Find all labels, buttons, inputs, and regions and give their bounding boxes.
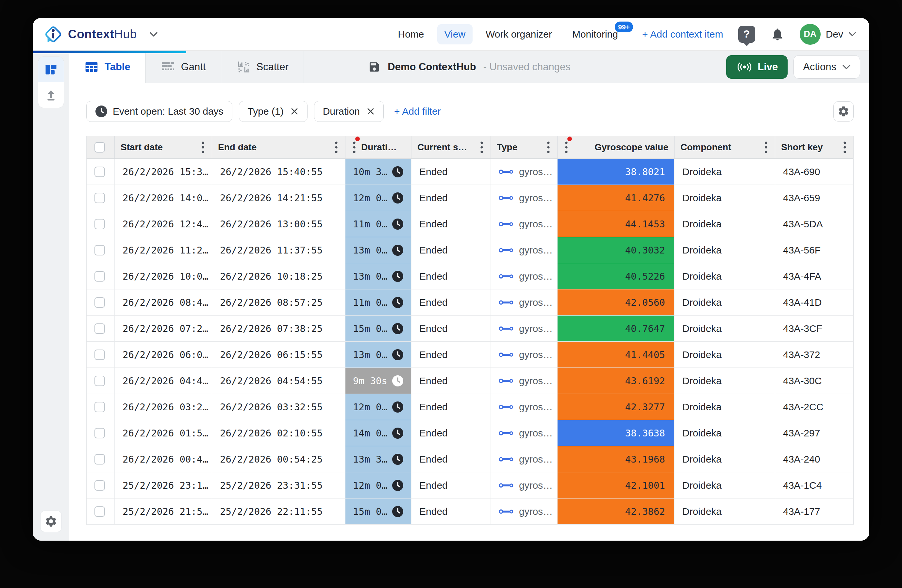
row-checkbox[interactable] (94, 350, 105, 360)
remove-filter-icon[interactable] (290, 107, 299, 116)
filter-chip[interactable]: Type (1) (239, 101, 307, 122)
nav-item-monitoring[interactable]: Monitoring99+ (565, 24, 625, 44)
add-filter-button[interactable]: + Add filter (394, 106, 441, 117)
type-label: gyros… (519, 166, 553, 177)
tab-table[interactable]: Table (69, 51, 146, 83)
cell-gyroscope-value: 43.6192 (557, 368, 675, 394)
row-checkbox[interactable] (94, 219, 105, 229)
duration-badge: 15m 0… (345, 316, 411, 341)
filter-chip[interactable]: Event open: Last 30 days (86, 101, 232, 122)
cell-end-date: 26/2/2026 08:57:25 (212, 289, 345, 315)
column-menu-icon[interactable] (479, 139, 485, 155)
save-icon[interactable] (368, 61, 381, 73)
clock-icon (392, 427, 404, 439)
cell-gyroscope-value: 42.3862 (557, 499, 675, 524)
column-menu-icon[interactable] (564, 139, 569, 155)
sidebar-layout-button[interactable] (38, 57, 64, 82)
cell-gyroscope-value: 43.1968 (557, 446, 675, 472)
row-checkbox[interactable] (94, 324, 105, 334)
cell-gyroscope-value: 38.8021 (557, 159, 675, 185)
upload-icon (44, 88, 58, 102)
user-menu[interactable]: DA Dev (800, 24, 856, 45)
cell-current-state: Ended (412, 394, 491, 420)
cell-current-state: Ended (412, 185, 491, 211)
tab-gantt[interactable]: Gantt (146, 51, 221, 83)
table-row[interactable]: 26/2/2026 14:0…26/2/2026 14:21:5512m 0…E… (87, 185, 853, 211)
select-all-checkbox[interactable] (94, 142, 105, 153)
nav-item-work-organizer[interactable]: Work organizer (478, 24, 559, 44)
tab-scatter[interactable]: Scatter (221, 51, 304, 83)
cell-select (87, 289, 115, 315)
table-settings-button[interactable] (833, 101, 853, 122)
sidebar-settings-button[interactable] (40, 511, 62, 532)
table-row[interactable]: 26/2/2026 00:4…26/2/2026 00:54:2513m 3…E… (87, 446, 853, 472)
cell-short-key: 43A-297 (775, 420, 854, 446)
row-checkbox[interactable] (94, 454, 105, 464)
relation-link-icon (499, 351, 514, 359)
table-row[interactable]: 25/2/2026 23:1…25/2/2026 23:31:5512m 0…E… (87, 472, 853, 499)
help-icon[interactable]: ? (738, 26, 755, 43)
row-checkbox[interactable] (94, 167, 105, 177)
column-menu-icon[interactable] (842, 139, 848, 155)
column-menu-icon[interactable] (351, 139, 357, 155)
table-row[interactable]: 26/2/2026 06:0…26/2/2026 06:15:5513m 0…E… (87, 342, 853, 368)
table-row[interactable]: 26/2/2026 01:5…26/2/2026 02:10:5514m 0…E… (87, 420, 853, 446)
clock-icon (392, 349, 404, 361)
live-label: Live (758, 61, 778, 73)
table-row[interactable]: 26/2/2026 11:2…26/2/2026 11:37:5513m 0…E… (87, 237, 853, 263)
column-menu-icon[interactable] (334, 139, 339, 155)
nav-item-view[interactable]: View (437, 24, 473, 44)
cell-duration: 13m 0… (345, 263, 412, 289)
cell-short-key: 43A-240 (775, 446, 854, 472)
cell-component: Droideka (675, 420, 775, 446)
cell-short-key: 43A-56F (775, 237, 854, 263)
row-checkbox[interactable] (94, 271, 105, 281)
clock-icon (392, 323, 404, 335)
column-menu-icon[interactable] (200, 139, 206, 155)
column-menu-icon[interactable] (545, 139, 551, 155)
type-label: gyros… (519, 454, 553, 465)
row-checkbox[interactable] (94, 376, 105, 386)
value-badge: 42.1001 (557, 472, 674, 498)
row-checkbox[interactable] (94, 480, 105, 491)
row-checkbox[interactable] (94, 402, 105, 412)
row-checkbox[interactable] (94, 297, 105, 308)
table-row[interactable]: 26/2/2026 15:3…26/2/2026 15:40:5510m 3…E… (87, 159, 853, 185)
remove-filter-icon[interactable] (366, 107, 375, 116)
filter-chip[interactable]: Duration (314, 101, 384, 122)
actions-button[interactable]: Actions (794, 55, 860, 79)
row-checkbox[interactable] (94, 428, 105, 438)
table-row[interactable]: 26/2/2026 10:0…26/2/2026 10:18:2513m 0…E… (87, 263, 853, 289)
relation-link-icon (499, 246, 514, 254)
row-checkbox[interactable] (94, 506, 105, 517)
cell-start-date: 26/2/2026 07:2… (115, 316, 212, 341)
add-context-item-button[interactable]: + Add context item (642, 29, 723, 40)
relation-link-icon (499, 508, 514, 516)
table-row[interactable]: 26/2/2026 04:4…26/2/2026 04:54:559m 30sE… (87, 368, 853, 394)
relation-link-icon (499, 194, 514, 202)
cell-start-date: 26/2/2026 11:2… (115, 237, 212, 263)
sidebar-upload-button[interactable] (38, 82, 64, 108)
duration-text: 13m 0… (353, 349, 387, 360)
cell-gyroscope-value: 41.4276 (557, 185, 675, 211)
table-row[interactable]: 26/2/2026 08:4…26/2/2026 08:57:2511m 0…E… (87, 289, 853, 316)
duration-badge: 9m 30s (345, 368, 411, 394)
table-row[interactable]: 25/2/2026 21:5…25/2/2026 22:11:5515m 0…E… (87, 499, 853, 525)
logo-section[interactable]: ContextHub (33, 18, 155, 50)
table-row[interactable]: 26/2/2026 03:2…26/2/2026 03:32:5512m 0…E… (87, 394, 853, 420)
column-menu-icon[interactable] (763, 139, 769, 155)
live-button[interactable]: Live (726, 55, 788, 79)
value-text: 38.3638 (625, 428, 665, 439)
relation-link-icon (499, 325, 514, 333)
notifications-bell-icon[interactable] (770, 27, 785, 42)
row-checkbox[interactable] (94, 193, 105, 203)
duration-text: 11m 0… (353, 297, 387, 308)
cell-duration: 13m 0… (345, 237, 412, 263)
cell-start-date: 26/2/2026 08:4… (115, 289, 212, 315)
nav-item-home[interactable]: Home (391, 24, 431, 44)
events-table: Start dateEnd dateDurati…Current s…TypeG… (86, 136, 853, 525)
table-row[interactable]: 26/2/2026 07:2…26/2/2026 07:38:2515m 0…E… (87, 316, 853, 342)
avatar[interactable]: DA (800, 24, 821, 45)
row-checkbox[interactable] (94, 245, 105, 255)
table-row[interactable]: 26/2/2026 12:4…26/2/2026 13:00:5511m 0…E… (87, 211, 853, 237)
